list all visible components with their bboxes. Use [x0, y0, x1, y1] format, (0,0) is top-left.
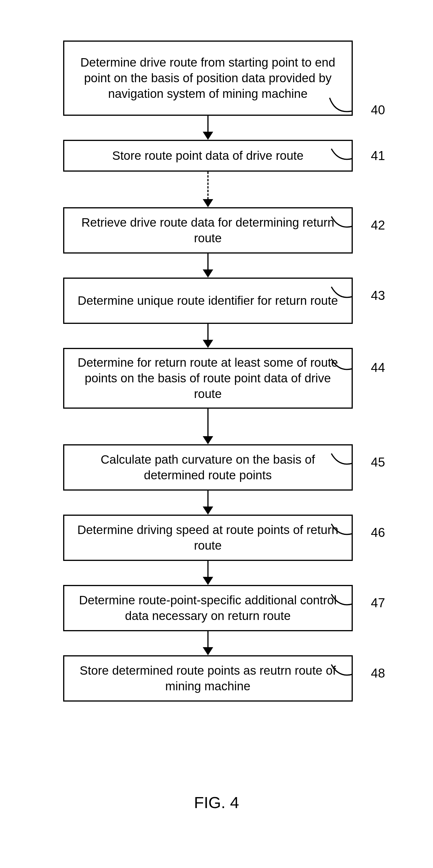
reference-numeral: 43 [371, 289, 385, 302]
page: Determine drive route from starting poin… [0, 0, 433, 868]
flow-step-text: Determine for return route at least some… [74, 355, 342, 401]
flow-step-text: Determine unique route identifier for re… [78, 293, 338, 309]
flow-step-text: Determine driving speed at route points … [74, 522, 342, 553]
arrow-solid [63, 561, 353, 585]
arrow-solid [63, 631, 353, 655]
lead-line-icon [331, 147, 353, 164]
flow-step-42: Retrieve drive route data for determinin… [63, 207, 353, 253]
reference-numeral: 48 [371, 667, 385, 680]
reference-numeral: 46 [371, 526, 385, 539]
flow-step-46: Determine driving speed at route points … [63, 515, 353, 561]
reference-numeral: 42 [371, 219, 385, 231]
flow-step-text: Retrieve drive route data for determinin… [74, 215, 342, 246]
reference-numeral: 47 [371, 596, 385, 609]
reference-numeral: 44 [371, 361, 385, 374]
flow-step-text: Determine drive route from starting poin… [74, 55, 342, 101]
flow-step-43: Determine unique route identifier for re… [63, 278, 353, 324]
arrow-dashed [63, 172, 353, 207]
reference-numeral: 41 [371, 149, 385, 162]
flowchart: Determine drive route from starting poin… [63, 40, 370, 702]
figure-caption: FIG. 4 [194, 793, 239, 812]
flow-step-41: Store route point data of drive route 41 [63, 140, 353, 172]
flow-step-text: Store route point data of drive route [112, 148, 304, 163]
flow-step-45: Calculate path curvature on the basis of… [63, 444, 353, 491]
reference-numeral: 40 [371, 104, 385, 116]
flow-step-44: Determine for return route at least some… [63, 348, 353, 409]
arrow-solid [63, 253, 353, 278]
arrow-solid [63, 491, 353, 515]
reference-numeral: 45 [371, 456, 385, 469]
flow-step-text: Store determined route points as reutrn … [74, 663, 342, 694]
flow-step-47: Determine route-point-specific additiona… [63, 585, 353, 631]
flow-step-48: Store determined route points as reutrn … [63, 655, 353, 702]
flow-step-40: Determine drive route from starting poin… [63, 40, 353, 116]
flow-step-text: Determine route-point-specific additiona… [74, 592, 342, 624]
arrow-solid [63, 324, 353, 348]
flow-step-text: Calculate path curvature on the basis of… [74, 452, 342, 483]
arrow-solid [63, 116, 353, 140]
arrow-solid [63, 409, 353, 444]
